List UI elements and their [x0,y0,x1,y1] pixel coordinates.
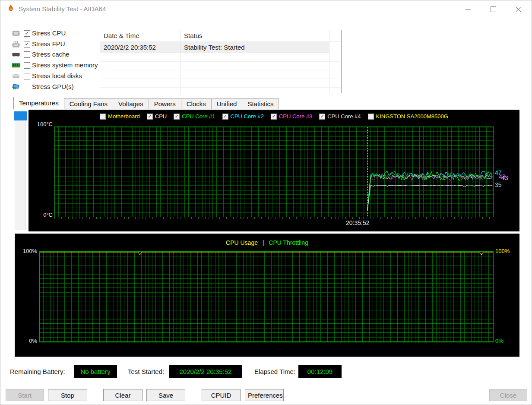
current-value: 43 [501,174,508,181]
legend-checkbox-cpu-core-4[interactable]: ✓ [319,114,325,120]
stress-option-label: Stress system memory [32,61,98,69]
cpuid-button[interactable]: CPUID [202,389,241,401]
legend-checkbox-motherboard[interactable] [100,114,106,120]
legend-checkbox-kingston-sa2000m8500g[interactable] [368,114,374,120]
legend-item: Motherboard [100,113,140,120]
maximize-button[interactable] [486,2,500,16]
column-header-status[interactable]: Status [180,30,329,41]
stress-option-label: Stress CPU [32,29,66,37]
app-window: System Stability Test - AIDA64 ✓Stress C… [0,0,532,405]
legend-item: ✓CPU Core #1 [174,113,215,120]
fpu-icon: 123 [12,40,20,48]
log-date-cell: 2020/2/2 20:35:52 [100,42,180,53]
chart-scrollbar[interactable] [15,111,26,230]
usage-axis-left-max-label: 100% [17,248,37,254]
remaining-battery-value: No battery [74,365,117,378]
minimize-icon [466,9,471,9]
temperature-plot [54,127,494,217]
stress-option-stress-cache: Stress cache [12,50,99,60]
event-log-table: Date & TimeStatus 2020/2/2 20:35:52Stabi… [100,30,342,93]
log-row[interactable]: 2020/2/2 20:35:52Stability Test: Started [100,42,341,53]
legend-label: CPU Core #3 [279,113,312,120]
legend-checkbox-cpu[interactable]: ✓ [147,114,153,120]
maximize-icon [491,6,496,12]
log-row-empty [100,53,341,62]
legend-cpu-usage: CPU Usage [226,239,258,246]
tab-cooling-fans[interactable]: Cooling Fans [64,98,113,109]
legend-label: CPU Core #4 [327,113,361,120]
log-status-cell: Stability Test: Started [180,42,329,53]
minimize-button[interactable] [461,2,475,16]
tab-clocks[interactable]: Clocks [181,98,212,109]
clear-button[interactable]: Clear [103,389,142,401]
usage-series-lines [40,252,493,342]
current-value: 35 [495,181,502,188]
legend-checkbox-cpu-core-1[interactable]: ✓ [174,114,180,120]
close-icon [516,6,521,12]
memory-icon [12,61,20,69]
usage-axis-right-min-label: 0% [495,338,504,344]
tab-unified[interactable]: Unified [212,98,243,109]
checkbox-stress-cache[interactable] [24,51,30,58]
tab-temperatures[interactable]: Temperatures [13,97,64,109]
log-row-empty [100,88,341,93]
log-row-empty [100,62,341,70]
log-row-empty [100,79,341,88]
checkbox-stress-gpu-s[interactable] [24,84,30,90]
disk-icon [12,72,20,80]
preferences-button[interactable]: Preferences [245,389,284,401]
aida64-flame-icon [6,4,16,14]
tab-powers[interactable]: Powers [149,98,181,109]
tab-bar: TemperaturesCooling FansVoltagesPowersCl… [13,97,279,109]
gpu-icon [12,83,20,91]
stop-button[interactable]: Stop [48,389,87,401]
stress-option-stress-cpu: ✓Stress CPU [12,29,99,38]
test-start-time-marker: 20:35:52 [346,219,370,226]
stress-option-label: Stress GPU(s) [32,83,74,90]
column-header-date-time[interactable]: Date & Time [100,30,180,41]
checkbox-stress-cpu[interactable]: ✓ [24,30,30,37]
legend-checkbox-cpu-core-2[interactable]: ✓ [222,114,228,120]
legend-checkbox-cpu-core-3[interactable]: ✓ [271,114,277,120]
cpu-icon [12,29,20,37]
scrollbar-thumb[interactable] [14,111,27,120]
tab-statistics[interactable]: Statistics [242,98,279,109]
legend-label: CPU [155,113,167,120]
close-window-button[interactable] [511,2,526,16]
stress-option-stress-gpu-s: Stress GPU(s) [12,82,99,92]
legend-label: CPU Core #2 [231,113,264,120]
stress-options-list: ✓Stress CPU123✓Stress FPUStress cacheStr… [12,29,99,95]
tab-voltages[interactable]: Voltages [113,98,149,109]
stress-option-label: Stress FPU [32,40,65,47]
elapsed-time-value: 00:12:09 [298,365,342,378]
legend-cpu-throttling: CPU Throttling [269,239,308,246]
close-button: Close [489,389,527,401]
remaining-battery-label: Remaining Battery: [10,368,65,375]
stress-option-stress-system-memory: Stress system memory [12,61,99,70]
temp-axis-max-label: 100°C [34,121,53,127]
legend-label: CPU Core #1 [182,113,215,120]
stress-option-stress-fpu: 123✓Stress FPU [12,40,99,49]
svg-text:123: 123 [13,40,18,43]
x-axis-ticks [54,217,493,219]
legend-item: KINGSTON SA2000M8500G [368,113,448,120]
legend-separator: | [263,239,264,246]
legend-label: KINGSTON SA2000M8500G [376,113,448,120]
stress-option-stress-local-disks: Stress local disks [12,72,99,81]
stress-option-label: Stress local disks [32,72,82,79]
test-started-value: 2020/2/2 20:35:52 [169,365,242,378]
checkbox-stress-local-disks[interactable] [24,73,30,79]
checkbox-stress-system-memory[interactable] [24,62,30,69]
window-title: System Stability Test - AIDA64 [19,5,106,13]
log-table-header: Date & TimeStatus [100,30,341,42]
stress-option-label: Stress cache [32,51,70,58]
column-header-spacer [329,30,341,41]
usage-legend: CPU Usage | CPU Throttling [15,239,519,246]
log-table-body: 2020/2/2 20:35:52Stability Test: Started [100,42,341,93]
usage-axis-left-min-label: 0% [17,338,37,344]
usage-axis-right-max-label: 100% [495,248,510,254]
checkbox-stress-fpu[interactable]: ✓ [24,41,30,47]
save-button[interactable]: Save [146,389,185,401]
temperature-legend: Motherboard✓CPU✓CPU Core #1✓CPU Core #2✓… [28,113,519,120]
legend-label: Motherboard [108,113,140,120]
